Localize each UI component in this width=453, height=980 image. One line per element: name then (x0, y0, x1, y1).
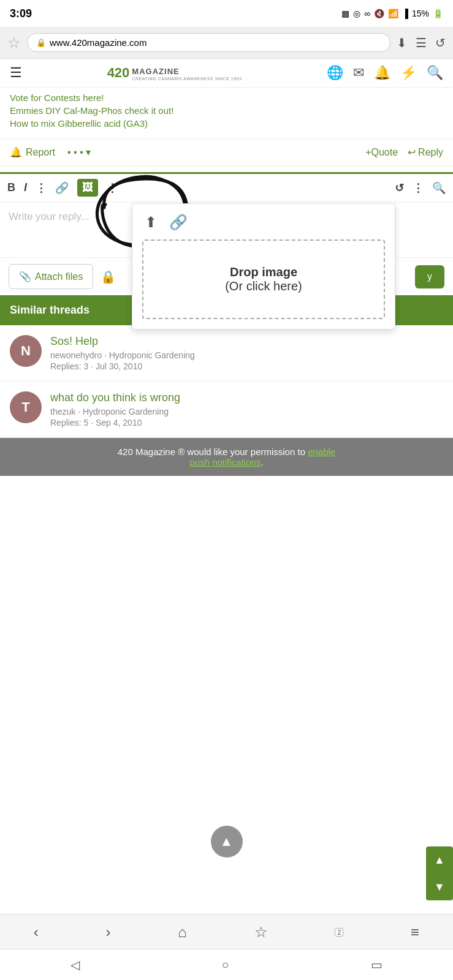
nav-forward-icon[interactable]: › (106, 924, 111, 941)
site-logo[interactable]: 420 MAGAZINE CREATING CANNABIS AWARENESS… (107, 65, 242, 81)
globe-icon[interactable]: 🌐 (327, 65, 343, 81)
drop-zone[interactable]: Drop image (Or click here) (142, 239, 385, 319)
more-button[interactable]: • • • ▾ (67, 146, 91, 158)
lock2-icon: 🔒 (101, 270, 116, 284)
quote-button[interactable]: +Quote (365, 147, 398, 158)
header-icons: 🌐 ✉ 🔔 ⚡ 🔍 (327, 65, 443, 81)
download-icon[interactable]: ⬇ (397, 36, 407, 50)
battery-icon: 🔋 (433, 9, 443, 18)
options-button[interactable]: ⋮ (413, 181, 424, 195)
search-icon[interactable]: 🔍 (427, 65, 443, 81)
link-gibberellic[interactable]: How to mix Gibberellic acid (GA3) (10, 118, 443, 129)
voicemail-icon: ∞ (364, 9, 370, 18)
tabs-count: 2 (335, 928, 343, 937)
scroll-buttons: ▲ ▼ (426, 846, 453, 900)
thread-category-1: Hydroponic Gardening (109, 350, 195, 360)
post-actions-left: 🔔 Report • • • ▾ (10, 146, 91, 158)
links-bar: Vote for Contests here! Emmies DIY Cal-M… (0, 88, 453, 139)
popup-icons: ⬆ 🔗 (142, 214, 385, 231)
replies-count-2: 5 (83, 418, 88, 428)
link-insert-icon[interactable]: 🔗 (169, 214, 188, 231)
thread-date-1: Jul 30, 2010 (96, 361, 142, 371)
reply-button[interactable]: ↩ Reply (408, 146, 443, 158)
thread-avatar-n: N (10, 335, 42, 367)
status-icons: ▦ ◎ ∞ 🔇 📶 ▐ 15% 🔋 (341, 9, 443, 18)
replies-count-1: 3 (83, 361, 88, 371)
nav-star-icon[interactable]: ☆ (254, 924, 268, 941)
bold-button[interactable]: B (7, 181, 15, 194)
thread-meta-1: newonehydro · Hydroponic Gardening (50, 350, 443, 360)
thread-info-1: Sos! Help newonehydro · Hydroponic Garde… (50, 335, 443, 371)
screen-icon: ▦ (341, 9, 349, 18)
bell-icon[interactable]: 🔔 (374, 65, 390, 81)
refresh-icon[interactable]: ↺ (435, 36, 446, 50)
thread-author-1: newonehydro (50, 350, 102, 360)
logo-sub: CREATING CANNABIS AWARENESS SINCE 1993 (132, 77, 242, 81)
scroll-down-button[interactable]: ▼ (426, 873, 453, 900)
post-reply-label: y (427, 271, 432, 282)
link-calmag[interactable]: Emmies DIY Cal-Mag-Phos check it out! (10, 105, 443, 116)
android-nav: ◁ ○ ▭ (0, 949, 453, 980)
push-notifications-link[interactable]: push notifications (189, 457, 261, 467)
drop-zone-sub: (Or click here) (156, 279, 371, 293)
more-dots: • • • (67, 147, 83, 158)
wifi-icon: 📶 (388, 9, 398, 18)
reader-icon[interactable]: ☰ (416, 36, 427, 50)
message-icon[interactable]: ✉ (353, 65, 364, 81)
more-format-button[interactable]: ⋮ (107, 181, 118, 195)
format-button[interactable]: ⋮ (36, 181, 47, 195)
thread-item-2[interactable]: T what do you think is wrong thezuk · Hy… (0, 382, 453, 438)
thread-stats-2: Replies: 5 · Sep 4, 2010 (50, 418, 443, 428)
undo-button[interactable]: ↺ (395, 181, 404, 195)
similar-threads-title: Similar threads (10, 304, 89, 316)
hamburger-icon[interactable]: ☰ (10, 65, 22, 81)
chevron-up-button[interactable]: ▲ (211, 826, 243, 858)
thread-title-1[interactable]: Sos! Help (50, 335, 443, 348)
thread-meta-2: thezuk · Hydroponic Gardening (50, 407, 443, 417)
avatar-letter-t: T (21, 399, 29, 415)
android-recent-icon[interactable]: ▭ (371, 957, 383, 972)
replies-label-1: Replies: (50, 361, 83, 371)
image-button[interactable]: 🖼 (77, 179, 98, 197)
link-contests[interactable]: Vote for Contests here! (10, 92, 443, 103)
link-button[interactable]: 🔗 (55, 181, 69, 195)
nav-home-icon[interactable]: ⌂ (178, 924, 187, 941)
nav-tabs[interactable]: 2 (335, 928, 343, 937)
status-time: 3:09 (10, 7, 32, 20)
attach-files-button[interactable]: 📎 Attach files (9, 264, 93, 289)
editor-placeholder: Write your reply... (9, 211, 89, 222)
nav-back-icon[interactable]: ‹ (34, 924, 39, 941)
thread-title-2[interactable]: what do you think is wrong (50, 391, 443, 404)
bell-report-icon: 🔔 (10, 146, 22, 158)
android-home-icon[interactable]: ○ (221, 958, 229, 972)
logo-420: 420 (107, 65, 130, 81)
italic-button[interactable]: I (24, 181, 27, 194)
thread-info-2: what do you think is wrong thezuk · Hydr… (50, 391, 443, 428)
enable-link[interactable]: enable (308, 447, 335, 457)
browser-url-bar[interactable]: 🔒 www.420magazine.com (27, 33, 390, 52)
more-chevron: ▾ (86, 146, 91, 158)
editor-toolbar: B I ⋮ 🔗 🖼 ⋮ ↺ ⋮ 🔍 (0, 174, 453, 202)
report-button[interactable]: 🔔 Report (10, 146, 55, 158)
nav-menu-icon[interactable]: ≡ (411, 924, 419, 941)
thread-author-2: thezuk (50, 407, 75, 417)
android-back-icon[interactable]: ◁ (70, 957, 80, 972)
avatar-letter-n: N (21, 343, 31, 359)
file-search-button[interactable]: 🔍 (432, 181, 446, 195)
mute-icon: 🔇 (374, 9, 384, 18)
attach-files-label: Attach files (35, 271, 83, 282)
browser-star-icon[interactable]: ☆ (7, 34, 21, 51)
browser-url: www.420magazine.com (50, 37, 147, 48)
thread-item[interactable]: N Sos! Help newonehydro · Hydroponic Gar… (0, 325, 453, 382)
browser-bar: ☆ 🔒 www.420magazine.com ⬇ ☰ ↺ (0, 27, 453, 59)
scroll-up-button[interactable]: ▲ (426, 846, 453, 873)
browser-nav-bar: ‹ › ⌂ ☆ 2 ≡ (0, 914, 453, 949)
logo-magazine: MAGAZINE (132, 67, 179, 76)
notification-bar: 420 Magazine ® would like your permissio… (0, 438, 453, 476)
upload-icon[interactable]: ⬆ (145, 214, 157, 231)
lightning-icon[interactable]: ⚡ (400, 65, 417, 81)
notification-text: 420 Magazine ® would like your permissio… (118, 447, 335, 467)
target-icon: ◎ (353, 9, 360, 18)
quote-label: +Quote (365, 147, 398, 158)
post-reply-button[interactable]: y (415, 265, 444, 288)
